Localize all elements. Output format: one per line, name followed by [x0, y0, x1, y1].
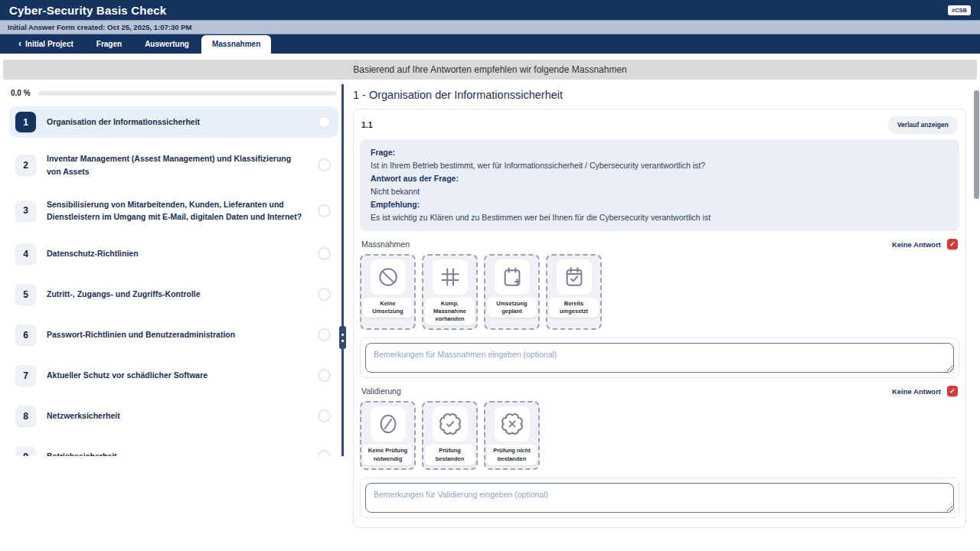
- recommendation-banner: Basierend auf Ihre Antworten empfehlen w…: [3, 60, 977, 80]
- option-tile-label: Komp. Massnahme vorhanden: [425, 298, 475, 325]
- category-status-circle: [318, 116, 331, 129]
- section-title: 1 - Organisation der Informationssicherh…: [353, 89, 966, 101]
- option-tile-label: Prüfung bestanden: [425, 445, 475, 465]
- option-tile-label: Umsetzung geplant: [487, 298, 537, 318]
- category-number-badge: 8: [15, 406, 36, 426]
- category-item[interactable]: 9 Betriebssicherheit: [9, 441, 338, 456]
- ban-icon: [371, 259, 406, 295]
- tab-back-initial-project[interactable]: Initial Project: [8, 35, 84, 54]
- category-label: Aktueller Schutz vor schädlicher Softwar…: [47, 369, 307, 382]
- question-card-header: 1.1 Verlauf anzeigen: [360, 116, 959, 139]
- category-status-circle: [318, 450, 331, 456]
- option-tile[interactable]: Prüfung bestanden: [422, 401, 478, 469]
- scrollbar-thumb[interactable]: [974, 90, 979, 199]
- validierung-header: Validierung Keine Antwort: [361, 386, 958, 396]
- category-label: Organisation der Informationssicherheit: [47, 116, 307, 129]
- option-tile-label: Prüfung nicht bestanden: [487, 445, 537, 465]
- content-scrollbar: [974, 90, 979, 442]
- category-label: Betriebssicherheit: [47, 450, 307, 456]
- progress-label: 0.0 %: [11, 89, 31, 97]
- app-title: Cyber-Security Basis Check: [9, 4, 166, 17]
- category-number-badge: 3: [15, 201, 36, 221]
- app-header: Cyber-Security Basis Check #CSB: [0, 0, 980, 20]
- antwort-label: Antwort aus der Frage:: [371, 172, 949, 185]
- category-label: Zutritt-, Zugangs- und Zugriffs-Kontroll…: [47, 288, 307, 301]
- category-status-circle: [318, 328, 331, 341]
- project-badge: #CSB: [948, 5, 971, 15]
- category-status-circle: [318, 158, 331, 171]
- detail-panel: 1 - Organisation der Informationssicherh…: [344, 84, 980, 456]
- circle-slash-icon: [371, 406, 406, 442]
- option-tile[interactable]: Komp. Massnahme vorhanden: [422, 254, 478, 330]
- category-item[interactable]: 3 Sensibilisierung von Mitarbeitenden, K…: [9, 193, 338, 230]
- badge-x-icon: [495, 406, 530, 442]
- category-label: Passwort-Richtlinien und Benutzeradminis…: [47, 328, 307, 341]
- option-tile[interactable]: Umsetzung geplant: [484, 254, 540, 330]
- frage-text: Ist in Ihrem Betrieb bestimmt, wer für I…: [371, 159, 949, 172]
- option-tile[interactable]: Bereits umgesetzt: [546, 254, 602, 330]
- option-tile-label: Keine Umsetzung: [363, 298, 413, 318]
- validierung-options: Keine Prüfung notwendig Prüfung bestande…: [360, 401, 959, 469]
- category-item[interactable]: 7 Aktueller Schutz vor schädlicher Softw…: [9, 360, 338, 391]
- category-item[interactable]: 2 Inventar Management (Assest Management…: [9, 147, 338, 184]
- category-number-badge: 2: [15, 155, 36, 175]
- chevron-left-icon: [18, 40, 21, 48]
- form-created-bar: Initial Answer Form created: Oct 25, 202…: [0, 20, 980, 34]
- question-number: 1.1: [361, 120, 373, 129]
- keine-antwort-checkbox-massnahmen[interactable]: [947, 239, 958, 249]
- category-number-badge: 1: [15, 112, 36, 132]
- progress-bar: [38, 91, 337, 96]
- category-number-badge: 4: [15, 243, 36, 264]
- tab-bar: Initial Project Fragen Auswertung Massna…: [0, 34, 980, 54]
- grid-icon: [433, 259, 468, 295]
- category-status-circle: [318, 369, 331, 382]
- category-item[interactable]: 8 Netzwerksicherheit: [9, 400, 338, 432]
- history-button[interactable]: Verlauf anzeigen: [888, 116, 958, 133]
- category-list: 1 Organisation der Informationssicherhei…: [9, 106, 338, 456]
- category-status-circle: [318, 288, 331, 301]
- tab-massnahmen[interactable]: Massnahmen: [201, 35, 271, 54]
- category-status-circle: [318, 204, 331, 217]
- category-number-badge: 7: [15, 365, 36, 386]
- main-area: 0.0 % 1 Organisation der Informationssic…: [0, 84, 980, 456]
- keine-antwort-checkbox-validierung[interactable]: [947, 386, 958, 396]
- calendar-check-icon: [557, 259, 592, 295]
- antwort-text: Nicht bekannt: [371, 185, 949, 198]
- category-number-badge: 9: [15, 446, 36, 456]
- category-status-circle: [318, 409, 331, 422]
- massnahmen-options: Keine Umsetzung Komp. Massnahme vorhande…: [360, 254, 959, 330]
- keine-antwort-label: Keine Antwort: [892, 387, 941, 396]
- category-label: Inventar Management (Assest Management) …: [47, 152, 307, 178]
- validierung-comment-container: [360, 478, 959, 518]
- category-number-badge: 5: [15, 284, 36, 305]
- validierung-label: Validierung: [361, 386, 401, 396]
- category-label: Datenschutz-Richtlinien: [47, 247, 307, 260]
- massnahmen-comment-container: [360, 337, 959, 378]
- question-card: 1.1 Verlauf anzeigen Frage: Ist in Ihrem…: [353, 109, 966, 528]
- keine-antwort-label: Keine Antwort: [892, 240, 941, 249]
- option-tile[interactable]: Keine Prüfung notwendig: [360, 401, 416, 469]
- massnahmen-comment-input[interactable]: [365, 343, 954, 373]
- option-tile-label: Keine Prüfung notwendig: [363, 445, 413, 465]
- progress-row: 0.0 %: [11, 89, 337, 97]
- badge-check-icon: [433, 406, 468, 442]
- option-tile-label: Bereits umgesetzt: [549, 298, 599, 318]
- option-tile[interactable]: Keine Umsetzung: [360, 254, 416, 330]
- massnahmen-header: Massnahmen Keine Antwort: [361, 239, 958, 249]
- empfehlung-label: Empfehlung:: [371, 198, 949, 211]
- category-label: Sensibilisierung von Mitarbeitenden, Kun…: [47, 198, 307, 224]
- question-info-box: Frage: Ist in Ihrem Betrieb bestimmt, we…: [360, 139, 959, 231]
- massnahmen-label: Massnahmen: [361, 240, 410, 249]
- frage-label: Frage:: [371, 146, 949, 159]
- category-item[interactable]: 5 Zutritt-, Zugangs- und Zugriffs-Kontro…: [9, 279, 338, 310]
- category-item[interactable]: 1 Organisation der Informationssicherhei…: [9, 106, 338, 138]
- empfehlung-text: Es ist wichtig zu Klären und zu Bestimme…: [371, 211, 949, 224]
- option-tile[interactable]: Prüfung nicht bestanden: [484, 401, 540, 469]
- category-item[interactable]: 6 Passwort-Richtlinien und Benutzeradmin…: [9, 319, 338, 350]
- category-number-badge: 6: [15, 324, 36, 345]
- category-item[interactable]: 4 Datenschutz-Richtlinien: [9, 238, 338, 269]
- tab-fragen[interactable]: Fragen: [86, 35, 132, 54]
- category-label: Netzwerksicherheit: [47, 409, 307, 422]
- tab-auswertung[interactable]: Auswertung: [134, 35, 200, 54]
- validierung-comment-input[interactable]: [365, 483, 954, 513]
